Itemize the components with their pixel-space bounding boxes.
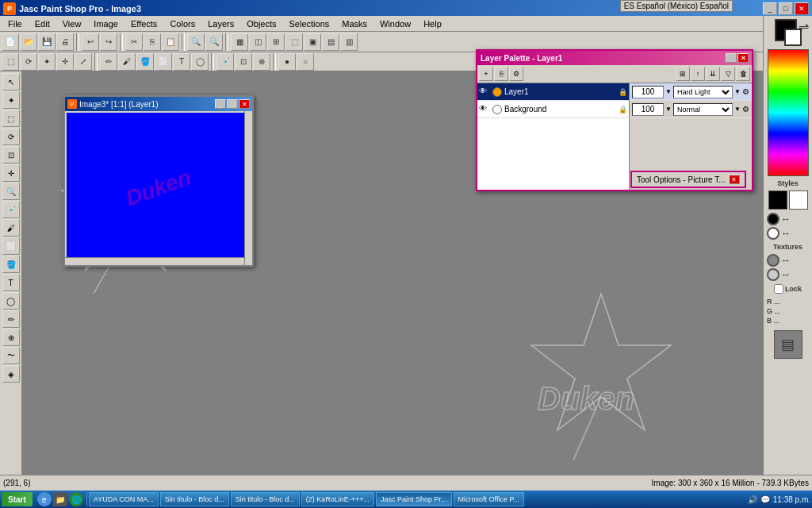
- tb-extra-5[interactable]: ▣: [304, 33, 321, 51]
- sharpen-tool[interactable]: ◈: [2, 365, 20, 383]
- bg-style-circle[interactable]: [767, 227, 779, 240]
- move-tool[interactable]: ✛: [2, 164, 20, 182]
- text-btn[interactable]: T: [173, 53, 190, 71]
- menu-view[interactable]: View: [56, 16, 88, 31]
- cut-btn[interactable]: ✂: [125, 33, 143, 51]
- tray-icon-1[interactable]: 🔊: [748, 495, 757, 504]
- bg-prop-btn[interactable]: ⚙: [742, 105, 749, 114]
- layer-down-btn[interactable]: ⇊: [706, 67, 720, 81]
- move-btn[interactable]: ✛: [56, 53, 74, 71]
- bg-texture-circle[interactable]: [767, 268, 779, 281]
- bg-visibility-icon[interactable]: 👁: [479, 104, 490, 115]
- bg-opacity-arrow-down[interactable]: ▼: [665, 106, 672, 113]
- clone-tool[interactable]: ⊕: [2, 329, 20, 346]
- zoom-in-btn[interactable]: 🔍: [187, 33, 205, 51]
- layer1-opacity-arrow-down[interactable]: ▼: [665, 88, 672, 95]
- menu-selections[interactable]: Selections: [283, 16, 336, 31]
- copy-btn[interactable]: ⎘: [144, 33, 161, 51]
- tray-icon-2[interactable]: 💬: [760, 495, 770, 504]
- paint-btn[interactable]: 🖌: [118, 53, 136, 71]
- ql-browser-icon[interactable]: 🌐: [69, 492, 83, 506]
- layer-merge-btn[interactable]: ⊞: [676, 67, 690, 81]
- tb-extra-6[interactable]: ▤: [322, 33, 339, 51]
- tb-extra-1[interactable]: ▦: [231, 33, 248, 51]
- lock-checkbox[interactable]: [774, 284, 783, 294]
- redo-btn[interactable]: ↪: [100, 33, 117, 51]
- paint-brush-tool[interactable]: 🖌: [2, 219, 20, 237]
- background-color[interactable]: [784, 29, 802, 46]
- dropper-tool[interactable]: 💉: [2, 201, 20, 218]
- save-btn[interactable]: 💾: [38, 33, 56, 51]
- style-fg-preview[interactable]: [768, 190, 787, 210]
- taskbar-item-office[interactable]: Microsoft Office P...: [454, 492, 524, 506]
- fg-style-arrow[interactable]: ↔: [781, 214, 791, 225]
- pen-btn[interactable]: ✏: [100, 53, 117, 71]
- eraser-btn[interactable]: ⬜: [155, 53, 172, 71]
- menu-masks[interactable]: Masks: [335, 16, 373, 31]
- menu-edit[interactable]: Edit: [29, 16, 56, 31]
- taskbar-item-ayuda[interactable]: AYUDA CON MA...: [89, 492, 159, 506]
- crop-btn[interactable]: ⊡: [235, 53, 252, 71]
- bg-texture-arrow[interactable]: ↔: [781, 269, 791, 280]
- eraser-tool[interactable]: ⬜: [2, 237, 20, 255]
- canvas-maximize-btn[interactable]: □: [227, 99, 238, 109]
- foreground-color[interactable]: [775, 19, 797, 41]
- print-btn[interactable]: 🖨: [56, 33, 74, 51]
- close-button[interactable]: ✕: [795, 2, 809, 15]
- menu-help[interactable]: Help: [417, 16, 448, 31]
- layer-up-btn[interactable]: ↑: [691, 67, 705, 81]
- arrow-tool[interactable]: ↖: [2, 73, 20, 90]
- ql-ie-icon[interactable]: e: [37, 492, 52, 506]
- open-btn[interactable]: 📂: [20, 33, 37, 51]
- fg-texture-circle[interactable]: [767, 254, 779, 267]
- undo-btn[interactable]: ↩: [82, 33, 99, 51]
- lasso-btn[interactable]: ⟳: [20, 53, 37, 71]
- taskbar-item-karoline[interactable]: (2) KaRoLinE-+++...: [301, 492, 374, 506]
- taskbar-item-bloc2[interactable]: Sin titulo - Bloc d...: [231, 492, 300, 506]
- tb-extra-2[interactable]: ◫: [249, 33, 266, 51]
- select-tool[interactable]: ⬚: [2, 110, 20, 127]
- dodge-btn[interactable]: ○: [297, 53, 314, 71]
- layer1-visibility-icon[interactable]: 👁: [479, 87, 490, 98]
- menu-image[interactable]: Image: [87, 16, 124, 31]
- zoom-out-btn[interactable]: 🔍: [205, 33, 223, 51]
- fg-texture-arrow[interactable]: ↔: [781, 255, 791, 266]
- color-gradient[interactable]: [768, 49, 809, 176]
- tb-extra-3[interactable]: ⊞: [267, 33, 285, 51]
- tool-options-close-btn[interactable]: ✕: [729, 175, 740, 184]
- paste-btn[interactable]: 📋: [162, 33, 179, 51]
- layer-settings-btn[interactable]: ⚙: [509, 67, 523, 81]
- fill-btn[interactable]: 🪣: [136, 53, 154, 71]
- deform-btn[interactable]: ⤢: [75, 53, 92, 71]
- fill-tool[interactable]: 🪣: [2, 256, 20, 273]
- menu-colors[interactable]: Colors: [163, 16, 201, 31]
- tb-extra-7[interactable]: ▥: [340, 33, 358, 51]
- start-button[interactable]: Start: [2, 492, 33, 506]
- layer-minimize-btn[interactable]: _: [726, 53, 737, 63]
- ql-folder-icon[interactable]: 📁: [53, 492, 67, 506]
- canvas-scrollbar-h[interactable]: [65, 257, 244, 265]
- canvas-scrollbar-v[interactable]: [244, 111, 252, 265]
- tb-extra-4[interactable]: ⬚: [285, 33, 303, 51]
- bg-blend-arrow[interactable]: ▼: [734, 106, 741, 113]
- crop-tool[interactable]: ⊡: [2, 146, 20, 164]
- layer1-opacity-input[interactable]: [632, 86, 664, 98]
- text-tool[interactable]: T: [2, 274, 20, 291]
- clone-btn[interactable]: ⊕: [253, 53, 270, 71]
- layer-delete-btn[interactable]: 🗑: [736, 67, 750, 81]
- pen-tool[interactable]: ✏: [2, 310, 20, 328]
- menu-file[interactable]: File: [2, 16, 29, 31]
- canvas-close-btn[interactable]: ✕: [239, 99, 250, 109]
- stamp-pattern-icon[interactable]: ▤: [774, 330, 802, 359]
- zoom-tool[interactable]: 🔍: [2, 183, 20, 200]
- select-btn[interactable]: ⬚: [2, 53, 19, 71]
- bg-blend-select[interactable]: Normal Hard Light Multiply Screen: [673, 103, 733, 116]
- layer1-blend-select[interactable]: Hard Light Normal Multiply Screen Overla…: [673, 86, 733, 98]
- bg-opacity-input[interactable]: [632, 103, 664, 116]
- burn-btn[interactable]: ●: [278, 53, 296, 71]
- magic-btn[interactable]: ✦: [38, 53, 56, 71]
- fg-style-circle[interactable]: [767, 213, 779, 225]
- menu-window[interactable]: Window: [373, 16, 417, 31]
- color-pick-btn[interactable]: 💉: [216, 53, 234, 71]
- menu-layers[interactable]: Layers: [201, 16, 240, 31]
